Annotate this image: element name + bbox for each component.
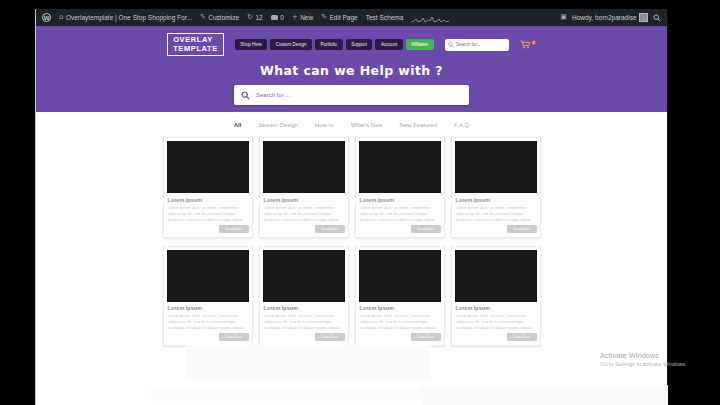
read-more-button[interactable]: Read More xyxy=(507,225,536,233)
article-excerpt: Lorem ipsum dolor sit amet, consectetur … xyxy=(456,205,537,223)
avatar xyxy=(639,13,648,22)
wp-logo-menu[interactable]: W xyxy=(42,13,51,22)
article-thumbnail[interactable] xyxy=(455,141,537,193)
article-excerpt: Lorem ipsum dolor sit amet, consectetur … xyxy=(360,205,441,223)
article-thumbnail[interactable] xyxy=(167,250,249,302)
header-search-box xyxy=(445,39,509,51)
article-excerpt: Lorem ipsum dolor sit amet, consectetur … xyxy=(456,313,537,331)
category-tabs: All Stream Design How to What's New New … xyxy=(36,122,667,128)
footer-placeholder xyxy=(186,345,431,381)
help-search-bar xyxy=(234,85,469,105)
plus-icon: + xyxy=(292,14,298,21)
article-card: Lorem Ipsum Lorem ipsum dolor sit amet, … xyxy=(163,137,253,238)
footer-placeholder xyxy=(421,385,668,405)
tab-new-featured[interactable]: New Featured xyxy=(400,122,438,128)
site-logo[interactable]: OVERLAY TEMPLATE xyxy=(167,33,224,56)
main-navigation: Shop Here Custom Design Portfolio Suppor… xyxy=(235,39,434,50)
tab-stream-design[interactable]: Stream Design xyxy=(258,122,298,128)
screen-options-icon[interactable]: ▣ xyxy=(560,14,567,21)
customize-link[interactable]: ✎ Customize xyxy=(200,14,239,21)
admin-bar-right: ▣ Howdy, born2paradise xyxy=(560,13,661,22)
my-account-menu[interactable]: Howdy, born2paradise xyxy=(572,13,648,22)
tab-faq[interactable]: F.A.Q xyxy=(454,122,469,128)
read-more-button[interactable]: Read More xyxy=(507,333,536,341)
article-thumbnail[interactable] xyxy=(359,250,441,302)
sparkline-chart-icon xyxy=(411,13,449,23)
pencil-icon: ✎ xyxy=(200,14,206,21)
site-name-link[interactable]: ⌂ Overlaytemplate | One Stop Shopping Fo… xyxy=(59,14,192,21)
header-top-row: OVERLAY TEMPLATE Shop Here Custom Design… xyxy=(36,26,667,56)
read-more-button[interactable]: Read More xyxy=(315,333,344,341)
test-schema-link[interactable]: Test Schema xyxy=(366,14,404,21)
article-thumbnail[interactable] xyxy=(359,141,441,193)
updates-icon: ↻ xyxy=(247,14,253,21)
nav-account[interactable]: Account xyxy=(375,39,402,50)
help-search-input[interactable] xyxy=(256,92,462,98)
article-thumbnail[interactable] xyxy=(263,141,345,193)
site-title: Overlaytemplate | One Stop Shopping For.… xyxy=(66,14,192,21)
nav-support[interactable]: Support xyxy=(346,39,373,50)
article-card: Lorem Ipsum Lorem ipsum dolor sit amet, … xyxy=(259,246,349,347)
read-more-button[interactable]: Read More xyxy=(411,225,440,233)
article-thumbnail[interactable] xyxy=(167,141,249,193)
nav-shop-here[interactable]: Shop Here xyxy=(235,39,268,50)
article-card: Lorem Ipsum Lorem ipsum dolor sit amet, … xyxy=(451,246,541,347)
nav-affiliates[interactable]: Affiliates xyxy=(406,39,434,50)
article-card: Lorem Ipsum Lorem ipsum dolor sit amet, … xyxy=(451,137,541,238)
search-icon xyxy=(448,42,454,48)
comments-count: 0 xyxy=(280,14,284,21)
cart-button[interactable]: 0 xyxy=(520,40,536,49)
article-excerpt: Lorem ipsum dolor sit amet, consectetur … xyxy=(168,205,249,223)
cart-count-badge: 0 xyxy=(532,40,536,45)
article-title: Lorem Ipsum xyxy=(360,305,441,311)
article-title: Lorem Ipsum xyxy=(360,197,441,203)
nav-custom-design[interactable]: Custom Design xyxy=(270,39,312,50)
read-more-button[interactable]: Read More xyxy=(411,333,440,341)
comments-icon xyxy=(271,15,278,20)
nav-portfolio[interactable]: Portfolio xyxy=(315,39,343,50)
article-excerpt: Lorem ipsum dolor sit amet, consectetur … xyxy=(264,205,345,223)
article-card: Lorem Ipsum Lorem ipsum dolor sit amet, … xyxy=(355,246,445,347)
updates-count: 12 xyxy=(255,14,262,21)
article-title: Lorem Ipsum xyxy=(264,197,345,203)
home-icon: ⌂ xyxy=(59,14,63,21)
desktop-screen: W ⌂ Overlaytemplate | One Stop Shopping … xyxy=(0,0,720,405)
article-title: Lorem Ipsum xyxy=(168,305,249,311)
article-title: Lorem Ipsum xyxy=(264,305,345,311)
search-icon xyxy=(241,91,250,100)
read-more-button[interactable]: Read More xyxy=(315,225,344,233)
article-excerpt: Lorem ipsum dolor sit amet, consectetur … xyxy=(264,313,345,331)
read-more-button[interactable]: Read More xyxy=(219,225,248,233)
article-card: Lorem Ipsum Lorem ipsum dolor sit amet, … xyxy=(259,137,349,238)
edit-page-link[interactable]: ✎ Edit Page xyxy=(321,14,358,21)
site-header: OVERLAY TEMPLATE Shop Here Custom Design… xyxy=(36,26,667,112)
comments-link[interactable]: 0 xyxy=(271,14,284,21)
article-thumbnail[interactable] xyxy=(263,250,345,302)
read-more-button[interactable]: Read More xyxy=(219,333,248,341)
wordpress-icon: W xyxy=(42,13,51,22)
tab-whats-new[interactable]: What's New xyxy=(351,122,383,128)
header-search-input[interactable] xyxy=(456,42,506,47)
tab-all[interactable]: All xyxy=(234,122,242,128)
howdy-label: Howdy, born2paradise xyxy=(572,14,637,21)
article-excerpt: Lorem ipsum dolor sit amet, consectetur … xyxy=(168,313,249,331)
updates-link[interactable]: ↻ 12 xyxy=(247,14,263,21)
article-thumbnail[interactable] xyxy=(455,250,537,302)
article-grid: Lorem Ipsum Lorem ipsum dolor sit amet, … xyxy=(163,137,541,346)
pencil-icon: ✎ xyxy=(321,14,327,21)
page-title: What can we Help with ? xyxy=(36,63,667,78)
article-excerpt: Lorem ipsum dolor sit amet, consectetur … xyxy=(360,313,441,331)
article-card: Lorem Ipsum Lorem ipsum dolor sit amet, … xyxy=(163,246,253,347)
stats-sparkline[interactable] xyxy=(411,13,449,23)
admin-search-icon[interactable] xyxy=(653,14,661,22)
article-title: Lorem Ipsum xyxy=(456,197,537,203)
new-content-link[interactable]: + New xyxy=(292,14,313,21)
cart-icon xyxy=(520,40,531,49)
article-title: Lorem Ipsum xyxy=(456,305,537,311)
browser-viewport: W ⌂ Overlaytemplate | One Stop Shopping … xyxy=(35,9,668,405)
article-card: Lorem Ipsum Lorem ipsum dolor sit amet, … xyxy=(355,137,445,238)
wp-admin-bar: W ⌂ Overlaytemplate | One Stop Shopping … xyxy=(36,9,667,26)
article-title: Lorem Ipsum xyxy=(168,197,249,203)
tab-how-to[interactable]: How to xyxy=(315,122,334,128)
